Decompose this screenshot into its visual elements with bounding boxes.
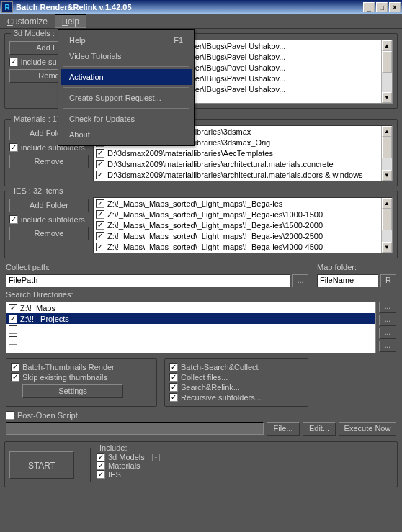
reset-map-button[interactable]: R: [380, 274, 396, 287]
minimize-button[interactable]: _: [363, 2, 375, 12]
browse-dir-button[interactable]: ...: [379, 302, 396, 313]
map-folder-label: Map folder:: [317, 263, 396, 271]
remove-button[interactable]: Remove: [9, 155, 89, 168]
help-dropdown: HelpF1 Video Tutorials Activation Create…: [58, 29, 195, 146]
list-item: [6, 324, 375, 335]
dash-icon[interactable]: -: [152, 454, 160, 461]
list-item: ✓Z:\!_Maps: [6, 302, 375, 313]
list-item: ✓Z:\!_Maps\_Maps_sorted\_Light_maps\!_Be…: [94, 230, 392, 241]
menu-help-item[interactable]: HelpF1: [61, 32, 192, 48]
group-start: START Include: ✓3d Models - ✓Materials ✓…: [4, 441, 398, 487]
menu-support[interactable]: Create Support Request...: [61, 90, 192, 106]
file-button[interactable]: File...: [267, 422, 300, 436]
list-item: ✓D:\3dsmax2009\materiallibraries\archite…: [94, 169, 392, 180]
batch-thumbnails-checkbox[interactable]: ✓Batch-Thumbnails Render: [11, 363, 152, 371]
post-open-script-field[interactable]: [6, 422, 264, 435]
menu-help[interactable]: Help: [55, 14, 86, 28]
include-3d-models-checkbox[interactable]: ✓3d Models -: [97, 453, 160, 461]
search-dirs-listbox[interactable]: ✓Z:\!_Maps ✓Z:\!!!_Projects: [6, 302, 376, 353]
window-title: Batch Render&Relink v.1.42.05: [16, 3, 363, 12]
group-title-ies: IES : 32 items: [11, 186, 66, 195]
include-title: Include:: [97, 443, 130, 452]
add-folder-button[interactable]: Add Folder: [9, 199, 89, 212]
list-item: [6, 335, 375, 346]
skip-existing-checkbox[interactable]: ✓Skip existing thumbnails: [11, 373, 152, 382]
group-ies: IES : 32 items Add Folder ✓include subfo…: [4, 191, 398, 258]
scrollbar[interactable]: ▲▼: [381, 198, 392, 253]
include-box: Include: ✓3d Models - ✓Materials ✓IES: [90, 448, 166, 482]
include-ies-checkbox[interactable]: ✓IES: [97, 470, 160, 479]
browse-dir-button[interactable]: ...: [379, 315, 396, 326]
execute-now-button[interactable]: Execute Now: [339, 422, 396, 436]
list-item: ✓Z:\!_Maps\_Maps_sorted\_Light_maps\!_Be…: [94, 241, 392, 252]
collect-path-label: Collect path:: [6, 263, 308, 271]
app-icon: R: [1, 1, 13, 13]
list-item: ✓Z:\!_Maps\_Maps_sorted\_Light_maps\!_Be…: [94, 198, 392, 209]
recursive-subfolders-checkbox[interactable]: ✓Recursive subfolders...: [169, 393, 303, 402]
map-folder-input[interactable]: FileName: [317, 274, 378, 287]
browse-collect-path-button[interactable]: ...: [292, 274, 308, 287]
search-dirs-label: Search Directories:: [6, 290, 396, 299]
browse-dir-button[interactable]: ...: [379, 341, 396, 352]
settings-button[interactable]: Settings: [22, 384, 123, 398]
list-item: ✓Z:\!!!_Projects: [6, 313, 375, 324]
menu-customize[interactable]: Customize: [0, 14, 55, 28]
include-materials-checkbox[interactable]: ✓Materials: [97, 461, 160, 470]
remove-button[interactable]: Remove: [9, 227, 89, 240]
collect-files-checkbox[interactable]: ✓Collect files...: [169, 373, 303, 382]
list-item: ✓Z:\!_Maps\_Maps_sorted\_Light_maps\!_Be…: [94, 220, 392, 230]
ies-listbox[interactable]: ✓Z:\!_Maps\_Maps_sorted\_Light_maps\!_Be…: [93, 197, 393, 253]
search-relink-checkbox[interactable]: ✓Search&Relink...: [169, 383, 303, 392]
menu-separator: [63, 108, 189, 109]
menu-bar: Customize Help: [0, 14, 402, 29]
list-item: ✓D:\3dsmax2009\materiallibraries\AecTemp…: [94, 148, 392, 158]
menu-separator: [63, 87, 189, 88]
browse-dir-button[interactable]: ...: [379, 328, 396, 339]
collect-path-input[interactable]: FilePath: [6, 274, 290, 287]
batch-search-collect-checkbox[interactable]: ✓Batch-Search&Collect: [169, 363, 303, 371]
scrollbar[interactable]: ▲▼: [381, 40, 392, 103]
menu-about[interactable]: About: [61, 127, 192, 143]
batch-search-collect-box: ✓Batch-Search&Collect ✓Collect files... …: [164, 358, 308, 407]
start-button[interactable]: START: [9, 451, 74, 479]
edit-button[interactable]: Edit...: [303, 422, 336, 436]
menu-separator: [63, 66, 189, 67]
title-bar: R Batch Render&Relink v.1.42.05 _ □ ×: [0, 0, 402, 14]
list-item: ✓Z:\!_Maps\_Maps_sorted\_Light_maps\!_Be…: [94, 209, 392, 220]
group-title-materials: Materials : 17: [11, 114, 64, 123]
batch-thumbnails-box: ✓Batch-Thumbnails Render ✓Skip existing …: [6, 358, 157, 407]
menu-updates[interactable]: Check for Updates: [61, 111, 192, 127]
close-button[interactable]: ×: [389, 2, 401, 12]
include-subfolders-checkbox[interactable]: ✓include subfolders: [9, 215, 89, 224]
list-item: ✓D:\3dsmax2009\materiallibraries\archite…: [94, 158, 392, 169]
maximize-button[interactable]: □: [376, 2, 388, 12]
group-title-models: 3d Models :: [11, 29, 58, 37]
menu-video-tutorials[interactable]: Video Tutorials: [61, 48, 192, 64]
post-open-script-checkbox[interactable]: Post-Open Script: [6, 411, 396, 420]
menu-activation[interactable]: Activation: [61, 69, 192, 85]
scrollbar[interactable]: ▲▼: [381, 126, 392, 181]
